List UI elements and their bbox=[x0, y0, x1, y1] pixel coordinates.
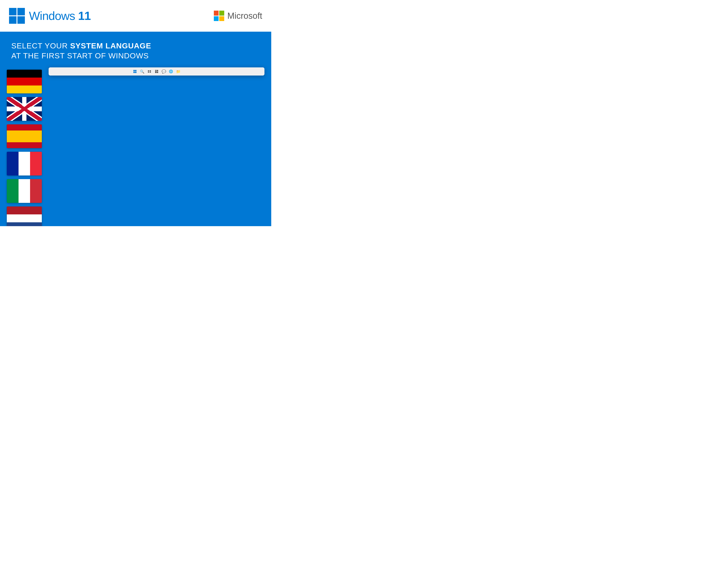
headline-normal: SELECT YOUR bbox=[11, 41, 70, 50]
content-area: 🔍 Type here to search Pinned All apps › bbox=[0, 67, 271, 226]
taskbar-edge[interactable]: 🌐 bbox=[169, 69, 174, 74]
flag-french[interactable] bbox=[7, 152, 42, 176]
taskbar-explorer[interactable]: 📁 bbox=[176, 69, 181, 74]
flag-italian[interactable] bbox=[7, 179, 42, 203]
svg-rect-11 bbox=[150, 72, 151, 73]
microsoft-grid-icon bbox=[214, 11, 224, 21]
windows-logo: Windows 11 bbox=[9, 8, 91, 24]
svg-rect-4 bbox=[133, 70, 135, 72]
windows-grid-icon bbox=[9, 8, 25, 24]
taskbar: 🔍 💬 bbox=[49, 67, 265, 76]
svg-rect-14 bbox=[155, 71, 156, 73]
taskbar-chat[interactable]: 💬 bbox=[161, 69, 167, 74]
svg-rect-13 bbox=[157, 70, 158, 72]
main-section: SELECT YOUR SYSTEM LANGUAGE AT THE FIRST… bbox=[0, 32, 271, 226]
headline: SELECT YOUR SYSTEM LANGUAGE AT THE FIRST… bbox=[0, 32, 271, 67]
flag-uk[interactable] bbox=[7, 97, 42, 121]
headline-line2: AT THE FIRST START OF WINDOWS bbox=[11, 51, 260, 60]
taskbar-taskview[interactable] bbox=[147, 69, 152, 74]
microsoft-logo: Microsoft bbox=[214, 11, 262, 21]
top-header: Windows 11 Microsoft bbox=[0, 0, 271, 32]
microsoft-title: Microsoft bbox=[227, 11, 262, 21]
svg-rect-12 bbox=[155, 70, 156, 71]
svg-rect-10 bbox=[148, 72, 149, 73]
svg-rect-6 bbox=[133, 72, 135, 73]
svg-rect-8 bbox=[148, 70, 149, 72]
flag-dutch[interactable] bbox=[7, 207, 42, 226]
flag-german[interactable] bbox=[7, 70, 42, 93]
svg-rect-9 bbox=[150, 70, 151, 72]
svg-rect-5 bbox=[135, 70, 136, 72]
flag-spanish[interactable] bbox=[7, 124, 42, 148]
flags-column bbox=[7, 70, 42, 226]
headline-bold: SYSTEM LANGUAGE bbox=[70, 41, 151, 50]
taskbar-widgets[interactable] bbox=[154, 69, 159, 74]
windows-screenshot: 🔍 Type here to search Pinned All apps › bbox=[49, 67, 265, 76]
taskbar-search[interactable]: 🔍 bbox=[139, 69, 145, 74]
taskbar-start[interactable] bbox=[132, 69, 138, 74]
windows-title: Windows 11 bbox=[29, 9, 91, 22]
svg-rect-15 bbox=[157, 72, 158, 73]
svg-rect-7 bbox=[135, 72, 136, 73]
